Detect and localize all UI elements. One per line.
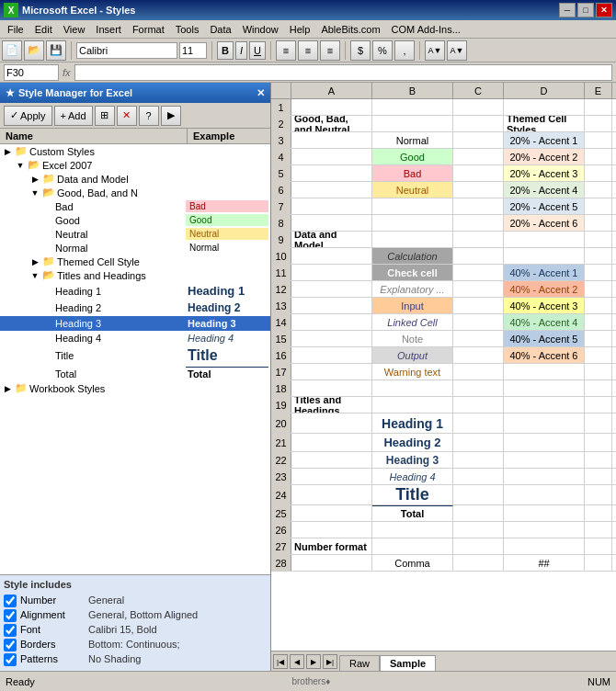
cell[interactable] [291,380,372,396]
edit-button[interactable]: ⊞ [95,106,115,126]
cell[interactable] [453,99,504,115]
currency-icon[interactable]: $ [350,40,371,61]
cell[interactable]: Warning text [372,364,453,379]
cell[interactable]: Comma [372,555,453,571]
number-checkbox[interactable] [4,595,17,607]
normal-style-item[interactable]: Normal Normal [0,241,270,255]
cell[interactable] [291,452,372,468]
cell[interactable] [291,347,372,363]
cell[interactable] [504,99,585,115]
cell[interactable] [372,198,453,214]
cell[interactable]: Input [372,298,453,313]
menu-edit[interactable]: Edit [29,22,58,37]
heading4-item[interactable]: Heading 4 Heading 4 [0,331,270,346]
cell[interactable] [291,99,372,115]
cell[interactable] [291,555,372,571]
cell[interactable] [291,132,372,148]
cell[interactable] [453,347,504,363]
cell[interactable] [453,505,504,521]
font-checkbox[interactable] [4,624,17,637]
cell[interactable] [453,248,504,264]
cell[interactable] [291,198,372,214]
cell[interactable] [291,522,372,538]
cell[interactable] [372,99,453,115]
good-bad-neutral-item[interactable]: ▼ 📂 Good, Bad, and N [0,186,270,199]
cell[interactable]: Title [372,485,453,504]
cell[interactable] [291,413,372,433]
cell[interactable] [585,538,612,554]
close-button[interactable]: ✕ [596,3,612,17]
cell[interactable] [504,452,585,468]
underline-button[interactable]: U [249,41,266,60]
cell[interactable] [453,538,504,554]
align-right-icon[interactable]: ≡ [320,40,340,61]
good-style-item[interactable]: Good Good [0,213,270,227]
cell[interactable] [585,116,612,131]
cell[interactable] [453,132,504,148]
tab-prev-button[interactable]: ◀ [290,654,304,669]
comma-icon[interactable]: , [394,40,415,61]
title-item[interactable]: Title Title [0,346,270,366]
cell[interactable] [453,452,504,468]
total-item[interactable]: Total Total [0,366,270,381]
cell[interactable] [585,99,612,115]
cell[interactable] [585,434,612,451]
help-button[interactable]: ? [139,106,159,126]
add-button[interactable]: + Add [54,106,93,126]
cell[interactable]: Good, Bad, and Neutral [291,116,372,131]
cell[interactable] [585,397,612,413]
style-panel-close-icon[interactable]: ✕ [257,87,265,99]
cell[interactable]: Themed Cell Styles [504,116,585,131]
open-button[interactable]: 📂 [24,40,44,61]
cell[interactable] [504,380,585,396]
cell[interactable]: 40% - Accent 5 [504,331,585,346]
cell[interactable] [585,469,612,484]
menu-format[interactable]: Format [127,22,170,37]
cell[interactable] [585,555,612,571]
cell[interactable] [585,452,612,468]
font-name-input[interactable] [76,42,177,59]
cell[interactable] [585,331,612,346]
fill-color-icon[interactable]: A▼ [425,40,445,61]
cell[interactable] [291,469,372,484]
menu-help[interactable]: Help [284,22,316,37]
cell[interactable]: 20% - Accent 5 [504,198,585,214]
cell[interactable] [453,265,504,280]
cell[interactable] [453,485,504,504]
maximize-button[interactable]: □ [577,3,594,17]
cell[interactable] [585,281,612,297]
cell[interactable]: 40% - Accent 6 [504,347,585,363]
heading2-item[interactable]: Heading 2 Heading 2 [0,300,270,316]
cell[interactable] [504,469,585,484]
cell[interactable] [453,215,504,231]
cell[interactable]: 20% - Accent 6 [504,215,585,231]
cell[interactable] [585,505,612,521]
cell[interactable] [453,434,504,451]
cell[interactable] [504,248,585,264]
excel2007-item[interactable]: ▼ 📂 Excel 2007 [0,158,270,172]
font-color-icon[interactable]: A▼ [447,40,467,61]
cell[interactable] [585,298,612,313]
cell[interactable]: Heading 2 [372,434,453,451]
cell[interactable] [585,485,612,504]
cell[interactable]: Titles and Headings [291,397,372,413]
menu-data[interactable]: Data [204,22,236,37]
cell[interactable] [372,116,453,131]
cell[interactable] [291,485,372,504]
cell[interactable] [291,281,372,297]
nav-button[interactable]: ▶ [161,106,181,126]
cell[interactable]: Linked Cell [372,314,453,330]
cell[interactable]: Check cell [372,265,453,280]
cell[interactable] [585,182,612,198]
cell[interactable] [291,331,372,346]
neutral-style-item[interactable]: Neutral Neutral [0,227,270,241]
menu-view[interactable]: View [58,22,91,37]
tab-last-button[interactable]: ▶| [323,654,337,669]
cell[interactable]: Neutral [372,182,453,198]
cell[interactable] [585,265,612,280]
cell[interactable]: Heading 4 [372,469,453,484]
sheet-tab-raw[interactable]: Raw [339,655,380,671]
heading1-item[interactable]: Heading 1 Heading 1 [0,282,270,300]
cell[interactable] [291,364,372,379]
cell[interactable] [372,380,453,396]
